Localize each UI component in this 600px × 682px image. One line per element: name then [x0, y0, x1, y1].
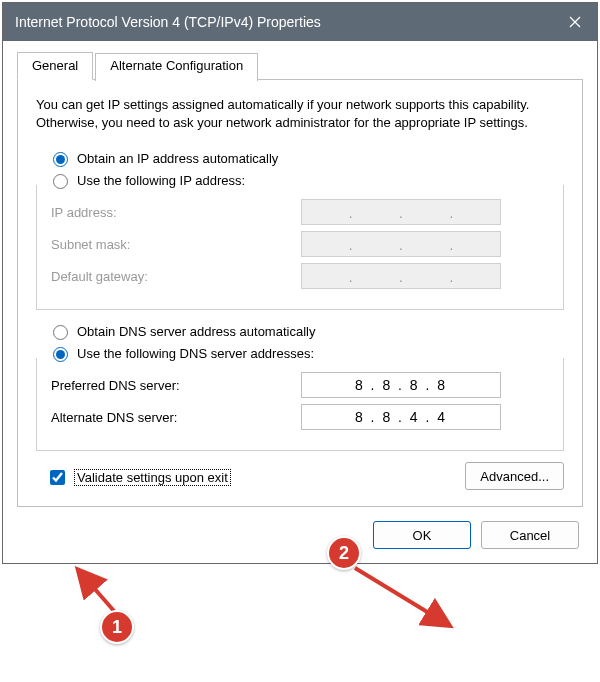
ok-button[interactable]: OK	[373, 521, 471, 549]
dialog-window: Internet Protocol Version 4 (TCP/IPv4) P…	[2, 2, 598, 564]
tab-content-general: You can get IP settings assigned automat…	[17, 80, 583, 507]
validate-checkbox[interactable]	[50, 470, 65, 485]
subnet-mask-input: ...	[301, 231, 501, 257]
advanced-button[interactable]: Advanced...	[465, 462, 564, 490]
annotation-badge-2: 2	[327, 536, 361, 570]
window-title: Internet Protocol Version 4 (TCP/IPv4) P…	[15, 14, 553, 30]
ip-address-label: IP address:	[51, 205, 301, 220]
radio-ip-auto[interactable]: Obtain an IP address automatically	[48, 149, 564, 167]
cancel-button[interactable]: Cancel	[481, 521, 579, 549]
tab-general[interactable]: General	[17, 52, 93, 80]
description-text: You can get IP settings assigned automat…	[36, 96, 564, 131]
annotation-arrow-1	[74, 566, 134, 616]
dialog-body: General Alternate Configuration You can …	[3, 41, 597, 563]
radio-dns-auto-label: Obtain DNS server address automatically	[77, 324, 315, 339]
tab-alternate[interactable]: Alternate Configuration	[95, 53, 258, 81]
close-icon	[569, 16, 581, 28]
alternate-dns-label: Alternate DNS server:	[51, 410, 301, 425]
dns-group: Preferred DNS server: Alternate DNS serv…	[36, 358, 564, 451]
ip-group: IP address: ... Subnet mask: ... Default…	[36, 185, 564, 310]
radio-ip-manual-label: Use the following IP address:	[77, 173, 245, 188]
tab-strip: General Alternate Configuration	[17, 51, 583, 80]
radio-ip-auto-label: Obtain an IP address automatically	[77, 151, 278, 166]
ip-address-input: ...	[301, 199, 501, 225]
annotation-arrow-2	[349, 562, 459, 632]
svg-line-5	[355, 568, 447, 624]
dialog-footer: OK Cancel	[17, 521, 583, 549]
svg-line-3	[80, 572, 114, 611]
alternate-dns-input[interactable]	[301, 404, 501, 430]
preferred-dns-label: Preferred DNS server:	[51, 378, 301, 393]
radio-dns-auto-input[interactable]	[53, 325, 68, 340]
annotation-badge-1: 1	[100, 610, 134, 644]
subnet-mask-label: Subnet mask:	[51, 237, 301, 252]
radio-dns-manual-input[interactable]	[53, 347, 68, 362]
preferred-dns-input[interactable]	[301, 372, 501, 398]
radio-dns-auto[interactable]: Obtain DNS server address automatically	[48, 322, 564, 340]
title-bar: Internet Protocol Version 4 (TCP/IPv4) P…	[3, 3, 597, 41]
radio-ip-auto-input[interactable]	[53, 152, 68, 167]
validate-label: Validate settings upon exit	[74, 469, 231, 486]
default-gateway-input: ...	[301, 263, 501, 289]
radio-dns-manual-label: Use the following DNS server addresses:	[77, 346, 314, 361]
radio-ip-manual-input[interactable]	[53, 174, 68, 189]
close-button[interactable]	[553, 3, 597, 41]
default-gateway-label: Default gateway:	[51, 269, 301, 284]
